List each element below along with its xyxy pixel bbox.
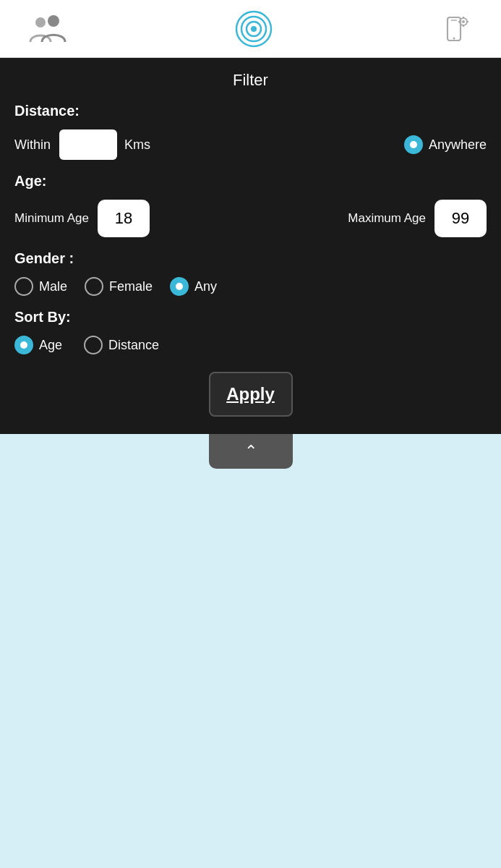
sortby-age-label: Age bbox=[39, 338, 62, 353]
collapse-arrow-icon: ⌃ bbox=[244, 443, 257, 459]
distance-row: Within Kms Anywhere bbox=[14, 129, 487, 160]
within-label: Within bbox=[14, 137, 51, 153]
gender-male-item: Male bbox=[14, 277, 67, 296]
gender-female-radio[interactable] bbox=[85, 277, 103, 296]
anywhere-label: Anywhere bbox=[429, 137, 487, 153]
sortby-section: Sort By: Age Distance bbox=[14, 309, 487, 354]
people-icon bbox=[29, 13, 67, 45]
sortby-row: Age Distance bbox=[14, 336, 487, 354]
svg-point-1 bbox=[48, 15, 59, 27]
main-content-area bbox=[0, 469, 501, 868]
sortby-section-label: Sort By: bbox=[14, 309, 487, 326]
collapse-button[interactable]: ⌃ bbox=[209, 434, 293, 469]
sortby-distance-radio[interactable] bbox=[84, 336, 103, 354]
gender-section-label: Gender : bbox=[14, 250, 487, 267]
radar-nav-button[interactable] bbox=[235, 10, 273, 48]
apply-button[interactable]: Apply bbox=[209, 372, 293, 417]
max-age-input[interactable] bbox=[434, 200, 487, 237]
sortby-age-item: Age bbox=[14, 336, 62, 354]
gender-row: Male Female Any bbox=[14, 277, 487, 296]
svg-point-7 bbox=[453, 37, 455, 39]
gender-male-radio[interactable] bbox=[14, 277, 33, 296]
device-settings-nav-button[interactable] bbox=[440, 13, 472, 45]
gender-any-radio[interactable] bbox=[170, 277, 189, 296]
device-settings-icon bbox=[440, 13, 472, 45]
gender-male-label: Male bbox=[39, 279, 67, 294]
gender-any-label: Any bbox=[194, 279, 217, 294]
svg-point-0 bbox=[35, 17, 46, 27]
min-age-input[interactable] bbox=[98, 200, 150, 237]
anywhere-group: Anywhere bbox=[404, 135, 487, 154]
filter-title: Filter bbox=[14, 71, 487, 90]
gender-any-item: Any bbox=[170, 277, 217, 296]
age-section: Age: Minimum Age Maximum Age bbox=[14, 173, 487, 237]
min-age-label: Minimum Age bbox=[14, 211, 89, 226]
kms-label: Kms bbox=[124, 137, 150, 153]
people-nav-button[interactable] bbox=[29, 13, 67, 45]
distance-section-label: Distance: bbox=[14, 103, 487, 119]
gender-female-item: Female bbox=[85, 277, 153, 296]
sortby-distance-item: Distance bbox=[84, 336, 159, 354]
age-section-label: Age: bbox=[14, 173, 487, 190]
radar-icon bbox=[235, 10, 273, 48]
filter-panel: Filter Distance: Within Kms Anywhere Age… bbox=[0, 58, 501, 434]
collapse-handle: ⌃ bbox=[0, 434, 501, 469]
max-age-label: Maximum Age bbox=[348, 211, 426, 226]
min-age-group: Minimum Age bbox=[14, 200, 150, 237]
gender-section: Gender : Male Female Any bbox=[14, 250, 487, 296]
svg-rect-6 bbox=[448, 17, 461, 41]
sortby-distance-label: Distance bbox=[108, 338, 159, 353]
apply-button-container: Apply bbox=[14, 372, 487, 417]
svg-point-5 bbox=[251, 26, 257, 32]
max-age-group: Maximum Age bbox=[348, 200, 487, 237]
age-row: Minimum Age Maximum Age bbox=[14, 200, 487, 237]
sortby-age-radio[interactable] bbox=[14, 336, 33, 354]
distance-input[interactable] bbox=[59, 129, 117, 160]
anywhere-radio[interactable] bbox=[404, 135, 423, 154]
svg-point-10 bbox=[462, 20, 465, 23]
top-navigation bbox=[0, 0, 501, 58]
gender-female-label: Female bbox=[109, 279, 153, 294]
